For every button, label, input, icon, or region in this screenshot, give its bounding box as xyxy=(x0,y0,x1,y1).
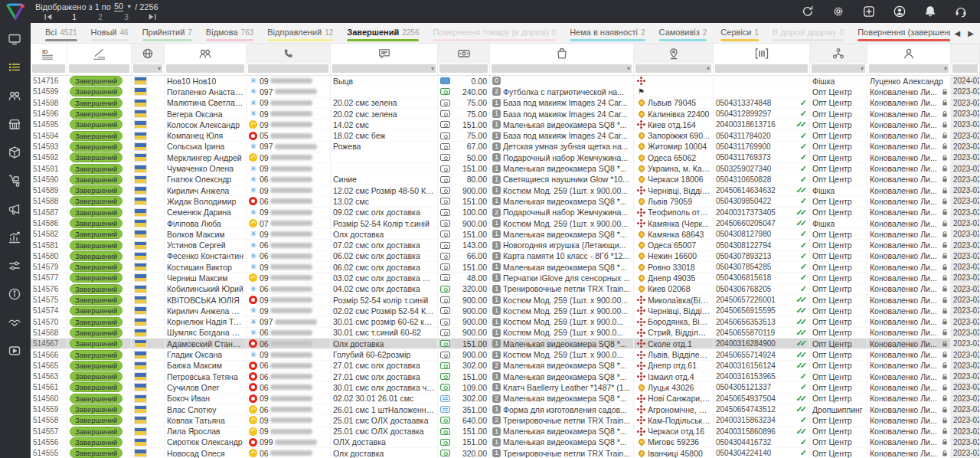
table-row[interactable]: 514592ЗавершенийМерклингер Андрей0950.00… xyxy=(31,152,980,163)
filter-input-tracking[interactable] xyxy=(715,64,808,73)
table-row[interactable]: 514595ЗавершенийКолосок Александр0914.02… xyxy=(31,119,980,130)
settings-gear-icon[interactable] xyxy=(831,5,845,18)
column-header-price[interactable] xyxy=(438,44,490,64)
filter-input-status[interactable] xyxy=(69,64,129,73)
account-icon[interactable] xyxy=(893,5,906,18)
app-logo[interactable] xyxy=(0,0,31,23)
table-row[interactable]: 514570ЗавершенийКорнелюк Надія Та...✳097… xyxy=(31,317,980,328)
table-row[interactable]: 514557ЗавершенийЛила Ярослав0925.01 смс … xyxy=(31,427,980,437)
table-row[interactable]: 514590ЗавершенийГнатюк Олексндр✳06Синие8… xyxy=(31,175,980,185)
table-row[interactable]: 514586ЗавершенийФіліпова Люба07Розмір 52… xyxy=(31,218,980,229)
column-header-source[interactable] xyxy=(810,44,867,64)
filter-input-flag[interactable] xyxy=(133,64,162,73)
last-page-button[interactable] xyxy=(139,12,165,21)
tab-Сервіси[interactable]: Сервіси1 xyxy=(714,23,766,43)
per-page-dropdown[interactable]: 50 xyxy=(114,2,123,11)
tab-Самовивіз[interactable]: Самовивіз2 xyxy=(652,23,714,43)
sidebar-item-orders-list-icon[interactable] xyxy=(8,61,23,76)
column-header-manager[interactable] xyxy=(867,44,951,64)
page-number-1[interactable]: 1 xyxy=(61,13,87,21)
filter-input-product[interactable] xyxy=(492,64,632,73)
refresh-icon[interactable] xyxy=(801,5,815,18)
table-row[interactable]: 514558ЗавершенийКовпак Татьяна0925.01 см… xyxy=(31,415,980,426)
page-number-2[interactable]: 2 xyxy=(87,13,113,21)
table-row[interactable]: 514561ЗавершенийСучилов Олег0630.01 смс … xyxy=(31,382,980,393)
sidebar-item-video-tutorials-icon[interactable] xyxy=(8,344,23,359)
table-row[interactable]: 514576ЗавершенийКобилинський Юрий✳0604.0… xyxy=(31,284,980,295)
filter-input-price[interactable] xyxy=(439,64,488,73)
sidebar-item-marketing-megaphone-icon[interactable] xyxy=(8,202,23,218)
table-row[interactable]: 514599ЗавершенийПотапенко Анастас...✳097… xyxy=(31,87,980,97)
table-row[interactable]: 514594ЗавершенийКомпанец Юля0518.02 смс … xyxy=(31,130,980,141)
column-header-comment[interactable] xyxy=(331,44,438,64)
sidebar-item-store-icon[interactable] xyxy=(8,117,23,132)
sidebar-item-info-icon[interactable] xyxy=(8,287,23,303)
table-row[interactable]: 514593ЗавершенийСольська Ірина✳097Рожева… xyxy=(31,142,980,152)
table-row[interactable]: 514560ЗавершенийБокоч Иван0902.02 30.01 … xyxy=(31,394,980,404)
tab-Новый[interactable]: Новый46 xyxy=(84,23,136,43)
sidebar-item-supply-cart-icon[interactable] xyxy=(8,174,23,189)
tab-Завершений[interactable]: Завершений2256 xyxy=(340,23,426,43)
filter-input-id[interactable] xyxy=(32,64,65,73)
tabs-scroll-left-icon[interactable]: ◀ xyxy=(955,29,961,38)
filter-input-date[interactable] xyxy=(952,64,978,73)
table-row[interactable]: 514589ЗавершенийКирилич Анжела✳0912.02 с… xyxy=(31,185,980,196)
column-header-date[interactable] xyxy=(951,44,980,64)
table-row[interactable]: 514575ЗавершенийКВІТОВСЬКА ЮЛІЯ09Розмір … xyxy=(31,295,980,306)
tab-Нема в наявності[interactable]: Нема в наявності2 xyxy=(563,23,652,43)
tab-В дорозі додому[interactable]: В дорозі додому0 xyxy=(766,23,851,43)
add-order-icon[interactable] xyxy=(862,5,876,18)
table-row[interactable]: 514563ЗавершенийПетровська Тетяна0627.01… xyxy=(31,371,980,382)
tab-Всі[interactable]: Всі4521 xyxy=(38,23,84,43)
table-row[interactable]: 514567ЗавершенийАдамовский Станис...06Ол… xyxy=(31,339,980,349)
column-header-tracking[interactable] xyxy=(714,44,810,64)
filter-input-name[interactable] xyxy=(166,64,244,73)
tab-Відправлений[interactable]: Відправлений12 xyxy=(260,23,340,43)
sidebar-item-clients-icon[interactable] xyxy=(8,89,23,104)
filter-input-comment[interactable] xyxy=(332,64,436,73)
table-row[interactable]: 514580ЗавершенийФесенко Константин✳0606.… xyxy=(31,251,980,262)
table-row[interactable]: 514716ЗавершенийНов10 Нов10✳09Выцв0.000Ф… xyxy=(31,76,980,87)
table-row[interactable]: 514566ЗавершенийГладик Оксана✳09Голубий … xyxy=(31,349,980,360)
column-header-flag[interactable] xyxy=(132,44,165,64)
table-row[interactable]: 514577ЗавершенийЧерниш Максим0903.02 смс… xyxy=(31,273,980,283)
tab-Відмова[interactable]: Відмова763 xyxy=(199,23,260,43)
table-row[interactable]: 514565ЗавершенийБаюка Максим0627.01 смс … xyxy=(31,361,980,371)
sidebar-item-settings-sliders-icon[interactable] xyxy=(8,259,23,274)
filter-input-source[interactable] xyxy=(812,64,865,73)
tab-Повернення товару (в дорозі)[interactable]: Повернення товару (в дорозі)0 xyxy=(426,23,563,43)
sidebar-item-statistics-chart-icon[interactable] xyxy=(8,231,23,246)
column-header-product[interactable] xyxy=(490,44,634,64)
table-row[interactable]: 514596ЗавершенийВегера Оксана✳0920.02 см… xyxy=(31,109,980,119)
column-header-status[interactable] xyxy=(67,44,132,64)
sidebar-item-products-box-icon[interactable] xyxy=(8,146,23,161)
chevron-down-icon[interactable]: ▼ xyxy=(126,2,132,11)
support-headset-icon[interactable] xyxy=(954,5,968,18)
table-row[interactable]: 514591ЗавершенийЧумаченко Олена✳09151.00… xyxy=(31,163,980,174)
column-header-id[interactable]: ID xyxy=(31,44,67,64)
column-header-phone[interactable] xyxy=(247,44,331,64)
table-row[interactable]: 514581ЗавершенийУстинов Сергей✳0607.02 с… xyxy=(31,240,980,250)
column-header-city[interactable] xyxy=(634,44,714,64)
table-row[interactable]: 514588ЗавершенийЖидак Володимир0613.02 с… xyxy=(31,196,980,207)
first-page-button[interactable] xyxy=(35,12,61,21)
filter-input-city[interactable] xyxy=(635,64,711,73)
table-row[interactable]: 514568ЗавершенийШумляс Богдана Ан...✳063… xyxy=(31,328,980,339)
table-row[interactable]: 514579ЗавершенийКостишин Виктор✳0906.02 … xyxy=(31,262,980,273)
table-row[interactable]: 514556ЗавершенийСиротюк Олександр099ОЛХ … xyxy=(31,437,980,448)
table-row[interactable]: 514582ЗавершенийВолков Максим✳09Олх дост… xyxy=(31,229,980,240)
filter-input-manager[interactable] xyxy=(869,64,949,73)
table-row[interactable]: 514555ЗавершенийНовосад Олеся06Олх доста… xyxy=(31,448,980,458)
column-header-name[interactable] xyxy=(165,44,247,64)
tab-Прийнятий[interactable]: Прийнятий7 xyxy=(136,23,199,43)
notifications-bell-icon[interactable] xyxy=(923,5,937,18)
table-row[interactable]: 514574ЗавершенийКирилич Анжела Ол...✳090… xyxy=(31,306,980,316)
sidebar-item-partners-handshake-icon[interactable] xyxy=(8,316,23,331)
page-number-3[interactable]: 3 xyxy=(113,13,139,21)
sidebar-item-dashboard-monitor-icon[interactable] xyxy=(8,32,23,47)
filter-input-phone[interactable] xyxy=(248,64,328,73)
table-row[interactable]: 514587ЗавершенийСеменюк Дарина✳0909.02 с… xyxy=(31,208,980,218)
tabs-scroll-right-icon[interactable]: ▶ xyxy=(968,29,974,38)
table-row[interactable]: 514598ЗавершенийМалютина Светлана✳0920.0… xyxy=(31,98,980,109)
table-row[interactable]: 514559ЗавершенийВлас Слотюу0626.01 смс 1… xyxy=(31,404,980,415)
